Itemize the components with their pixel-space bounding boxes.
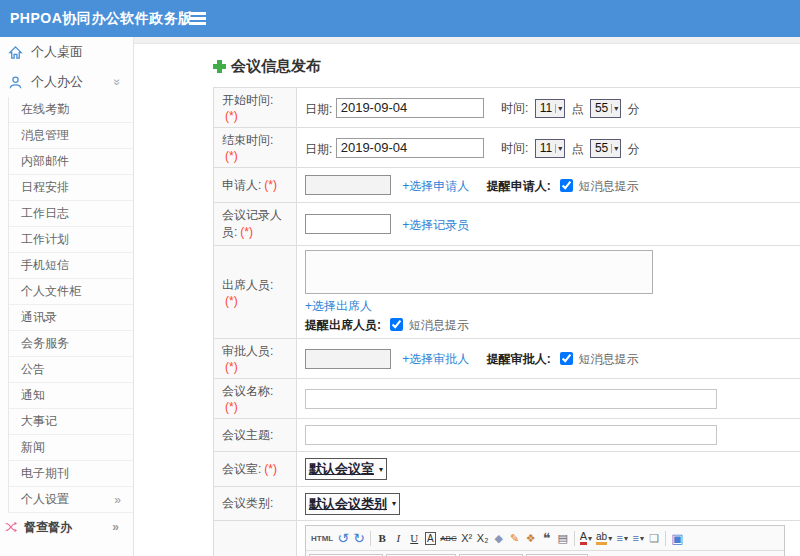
toolbar-glyph: HTML xyxy=(311,534,333,543)
toolbar-glyph: ≡ xyxy=(632,532,638,544)
attendees-sms-checkbox[interactable] xyxy=(390,318,403,331)
sidebar-item-notice[interactable]: 通知 xyxy=(9,383,133,409)
sidebar-item-label: 电子期刊 xyxy=(21,465,69,482)
attendees-textarea[interactable] xyxy=(305,250,653,294)
sidebar-item-work-plan[interactable]: 工作计划 xyxy=(9,227,133,253)
start-hour-select[interactable]: 11▾ xyxy=(535,99,565,118)
sidebar-item-memorabilia[interactable]: 大事记 xyxy=(9,409,133,435)
html-source-button[interactable]: HTML xyxy=(309,528,335,548)
superscript-button[interactable]: X² xyxy=(459,528,475,548)
meeting-category-select[interactable]: 默认会议类别▾ xyxy=(305,493,400,515)
subscript-button[interactable]: X₂ xyxy=(475,528,491,548)
end-hour-select[interactable]: 11▾ xyxy=(535,139,565,158)
meeting-name-input[interactable] xyxy=(305,389,717,409)
sidebar-item-label: 个人桌面 xyxy=(31,43,83,61)
required-mark: (*) xyxy=(225,360,238,374)
toolbar-glyph: ↻ xyxy=(353,530,365,546)
choose-recorder-link[interactable]: +选择记录员 xyxy=(402,218,469,232)
new-page-button[interactable]: ❏ xyxy=(646,528,662,548)
sidebar-item-schedule[interactable]: 日程安排 xyxy=(9,175,133,201)
dropdown-arrow-icon: ▾ xyxy=(640,534,644,543)
format-brush-icon[interactable]: ✎ xyxy=(507,528,523,548)
end-minute-select[interactable]: 55▾ xyxy=(590,139,621,158)
underline-button[interactable]: U xyxy=(406,528,422,548)
toolbar-separator[interactable] xyxy=(574,531,575,546)
fullscreen-button[interactable]: ▣ xyxy=(669,528,685,548)
choose-attendees-link[interactable]: +选择出席人 xyxy=(305,299,372,313)
toolbar-separator[interactable] xyxy=(370,531,371,546)
sidebar-item-contacts[interactable]: 通讯录 xyxy=(9,305,133,331)
sidebar-item-label: 内部邮件 xyxy=(21,153,69,170)
table-row: 会议名称:(*) xyxy=(214,379,800,419)
select-value: 11 xyxy=(540,141,552,155)
remind-attendees-label: 提醒出席人员: xyxy=(305,318,381,332)
table-row: HTML ↺ ↻ xyxy=(214,521,800,556)
sidebar-item-personal-desktop[interactable]: 个人桌面 xyxy=(0,37,133,67)
sidebar-item-label: 个人设置 xyxy=(21,491,69,508)
clean-style-icon[interactable]: ❖ xyxy=(523,528,539,548)
user-icon xyxy=(8,75,23,90)
table-row: 会议室:(*) 默认会议室▾ xyxy=(214,452,800,487)
applicant-input[interactable] xyxy=(305,175,391,195)
choose-approver-link[interactable]: +选择审批人 xyxy=(402,352,469,366)
field-label: 开始时间: xyxy=(222,93,273,107)
app-title: PHPOA协同办公软件政务版 xyxy=(10,0,193,37)
sidebar-item-label: 通知 xyxy=(21,387,45,404)
meeting-subject-input[interactable] xyxy=(305,425,717,445)
sidebar-item-internal-mail[interactable]: 内部邮件 xyxy=(9,149,133,175)
table-row: 结束时间:(*) 日期: 时间: 11▾ 点 55▾ 分 xyxy=(214,128,800,168)
approver-input[interactable] xyxy=(305,349,391,369)
meeting-room-label-cell: 会议室:(*) xyxy=(214,452,297,487)
start-minute-select[interactable]: 55▾ xyxy=(590,99,621,118)
sidebar-item-e-journal[interactable]: 电子期刊 xyxy=(9,461,133,487)
applicant-sms-checkbox[interactable] xyxy=(560,179,573,192)
choose-applicant-link[interactable]: +选择申请人 xyxy=(402,179,469,193)
sidebar-item-message-management[interactable]: 消息管理 xyxy=(9,123,133,149)
table-row: 会议类别: 默认会议类别▾ xyxy=(214,487,800,521)
table-row: 开始时间:(*) 日期: 时间: 11▾ 点 55▾ 分 xyxy=(214,88,800,128)
end-date-input[interactable] xyxy=(336,138,484,158)
sidebar-item-online-attendance[interactable]: 在线考勤 xyxy=(9,97,133,123)
ordered-list-button[interactable]: ≡ ▾ xyxy=(614,528,630,548)
attendees-value-cell: +选择出席人 提醒出席人员: 短消息提示 xyxy=(297,246,800,339)
meeting-room-select[interactable]: 默认会议室▾ xyxy=(305,458,387,480)
approver-sms-checkbox[interactable] xyxy=(560,352,573,365)
attendees-label-cell: 出席人员:(*) xyxy=(214,246,297,339)
recorder-input[interactable] xyxy=(305,214,391,234)
required-mark: (*) xyxy=(264,178,277,192)
toolbar-glyph: ↺ xyxy=(337,530,349,546)
toolbar-glyph: X₂ xyxy=(477,532,489,544)
paste-text-icon[interactable]: ▤ xyxy=(555,528,571,548)
sidebar-item-news[interactable]: 新闻 xyxy=(9,435,133,461)
eraser-icon[interactable]: ◆ xyxy=(491,528,507,548)
strikethrough-button[interactable]: ABC xyxy=(438,528,458,548)
toolbar-glyph: B xyxy=(379,532,386,544)
sidebar-item-personal-settings[interactable]: 个人设置 » xyxy=(9,487,133,513)
sms-notify-label: 短消息提示 xyxy=(578,179,638,193)
sidebar-item-personal-office[interactable]: 个人办公 » xyxy=(0,67,133,97)
sidebar-item-conference-service[interactable]: 会务服务 xyxy=(9,331,133,357)
font-color-button[interactable]: A ▾ xyxy=(578,528,594,548)
sidebar-item-announcement[interactable]: 公告 xyxy=(9,357,133,383)
blockquote-button[interactable]: ❝ xyxy=(539,528,555,548)
sidebar-item-label: 通讯录 xyxy=(21,309,57,326)
italic-button[interactable]: I xyxy=(390,528,406,548)
sidebar-item-mobile-sms[interactable]: 手机短信 xyxy=(9,253,133,279)
unordered-list-button[interactable]: ≡ ▾ xyxy=(630,528,646,548)
start-date-input[interactable] xyxy=(336,98,484,118)
sidebar-item-label: 消息管理 xyxy=(21,127,69,144)
redo-icon[interactable]: ↻ xyxy=(351,528,367,548)
font-border-button[interactable]: A xyxy=(422,528,438,548)
undo-icon[interactable]: ↺ xyxy=(335,528,351,548)
sidebar-item-supervision[interactable]: 督查督办 » xyxy=(0,513,133,541)
sidebar-item-work-log[interactable]: 工作日志 xyxy=(9,201,133,227)
chevron-down-icon: » xyxy=(111,79,125,86)
sidebar-item-personal-cabinet[interactable]: 个人文件柜 xyxy=(9,279,133,305)
highlight-color-button[interactable]: ab ▾ xyxy=(594,528,614,548)
bold-button[interactable]: B xyxy=(374,528,390,548)
sidebar-item-label: 工作计划 xyxy=(21,231,69,248)
meeting-form-table: 开始时间:(*) 日期: 时间: 11▾ 点 55▾ 分 结束时间:(*) 日期… xyxy=(213,87,800,556)
toolbar-separator[interactable] xyxy=(665,531,666,546)
field-label: 出席人员: xyxy=(222,278,273,292)
hamburger-menu-icon[interactable] xyxy=(189,12,206,25)
